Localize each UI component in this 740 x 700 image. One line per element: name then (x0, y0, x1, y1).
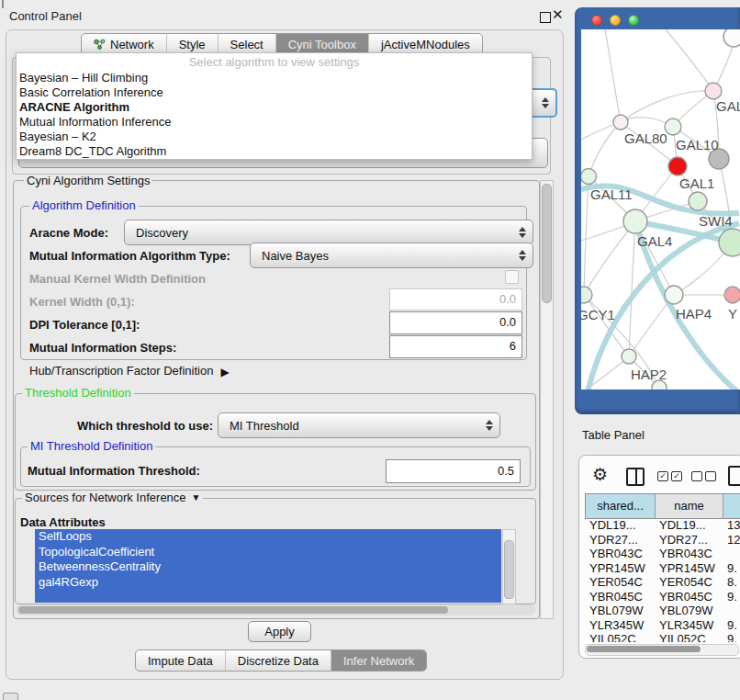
attribute-item-gal4rgexp[interactable]: gal4RGexp (35, 575, 501, 591)
dropdown-item-bayesian-k2[interactable]: Bayesian – K2 (17, 130, 532, 144)
network-graph[interactable]: GALGAL80GAL10GAL1GAL11SWI4GAL4GCY1HAP4YH… (581, 29, 740, 390)
network-node-label: GAL1 (679, 175, 714, 191)
column-header-name[interactable]: name (656, 494, 723, 518)
combobox-stepper-icon (542, 97, 548, 108)
network-edge[interactable] (589, 122, 621, 176)
minimized-panel-icon[interactable] (3, 693, 18, 700)
attribute-item-selfloops[interactable]: SelfLoops (35, 529, 501, 545)
dropdown-item-basic-correlation-inference[interactable]: Basic Correlation Inference (17, 85, 532, 100)
dropdown-item-bayesian-hill-climbing[interactable]: Bayesian – Hill Climbing (17, 71, 532, 85)
mi-steps-field[interactable]: 6 (389, 335, 522, 358)
settings-hscrollbar-thumb[interactable] (18, 606, 448, 614)
tab-cyni-toolbox[interactable]: Cyni Toolbox (275, 34, 368, 54)
network-node[interactable] (623, 209, 647, 233)
dropdown-item-dream8-dc-tdc-algorithm[interactable]: Dream8 DC_TDC Algorithm (17, 144, 532, 159)
table-row[interactable]: YER054CYER054C8. (585, 575, 740, 590)
table-row[interactable]: YIL052CYIL052C9. (585, 632, 740, 642)
column-header-a[interactable]: A (723, 494, 740, 518)
float-panel-icon[interactable] (540, 12, 551, 23)
tab-impute-data[interactable]: Impute Data (136, 650, 225, 671)
minimize-traffic-light-icon[interactable] (610, 15, 621, 26)
column-header-shared-[interactable]: shared... (586, 494, 656, 518)
network-node[interactable] (723, 29, 740, 47)
select-all-checkbox-icon[interactable]: ✓ (671, 471, 682, 481)
hub-definition-expander[interactable]: Hub/Transcription Factor Definition▶ (29, 364, 230, 378)
attribute-item-topologicalcoefficient[interactable]: TopologicalCoefficient (35, 545, 501, 560)
table-row[interactable]: YDR27...YDR27...12 (585, 533, 740, 548)
tab-jactivemnodules[interactable]: jActiveMNodules (368, 34, 482, 54)
threshold-definition-title: Threshold Definition (22, 387, 134, 399)
deselect-all-checkbox-icon[interactable] (705, 471, 716, 481)
apply-button[interactable]: Apply (248, 621, 311, 642)
mi-threshold-field[interactable]: 0.5 (386, 459, 521, 483)
network-edge[interactable] (584, 176, 589, 295)
attribute-item-betweennesscentrality[interactable]: BetweennessCentrality (35, 559, 501, 575)
tab-discretize-data[interactable]: Discretize Data (225, 650, 331, 671)
table-cell: YPR145W (655, 561, 723, 576)
mi-type-combobox[interactable]: Naive Bayes (250, 243, 533, 268)
table-header-row[interactable]: shared...nameA (585, 493, 740, 519)
tab-label: Cyni Toolbox (288, 38, 356, 51)
table-cell: YBL079W (655, 604, 723, 618)
tab-infer-network[interactable]: Infer Network (331, 650, 426, 671)
column-layout-icon[interactable] (626, 468, 645, 486)
network-node[interactable] (581, 169, 597, 185)
table-row[interactable]: YLR345WYLR345W9. (585, 618, 740, 633)
close-traffic-light-icon[interactable] (591, 15, 602, 26)
table-row[interactable]: YBR043CYBR043C (585, 547, 740, 561)
dropdown-item-aracne-algorithm[interactable]: ARACNE Algorithm (17, 100, 532, 115)
table-row[interactable]: YBL079WYBL079W (585, 604, 740, 618)
dropdown-item-mutual-information-inference[interactable]: Mutual Information Inference (17, 115, 532, 130)
combobox-stepper-icon (486, 420, 492, 431)
network-node[interactable] (689, 192, 707, 210)
table-row[interactable]: YDL19...YDL19...13 (585, 518, 740, 533)
network-edge[interactable] (584, 221, 635, 295)
network-node[interactable] (622, 349, 636, 364)
network-canvas[interactable]: GALGAL80GAL10GAL1GAL11SWI4GAL4GCY1HAP4YH… (581, 29, 740, 390)
network-node-label: HAP4 (676, 306, 712, 322)
table-cell: YIL052C (655, 632, 723, 642)
mi-type-value: Naive Bayes (262, 249, 329, 263)
tab-style[interactable]: Style (166, 34, 218, 54)
network-edge[interactable] (629, 221, 635, 356)
which-threshold-combobox[interactable]: MI Threshold (218, 412, 500, 438)
aracne-mode-combobox[interactable]: Discovery (124, 220, 533, 245)
cyni-settings-title: Cyni Algorithm Settings (24, 175, 152, 186)
table-cell: 9. (723, 618, 740, 633)
network-node[interactable] (705, 83, 722, 99)
network-node[interactable] (613, 115, 628, 130)
network-node-label: GAL11 (590, 186, 633, 202)
table-rows[interactable]: YDL19...YDL19...13YDR27...YDR27...12YBR0… (585, 518, 740, 642)
tab-label: Infer Network (343, 654, 414, 668)
deselect-all-checkbox-icon[interactable] (691, 471, 702, 481)
dpi-tolerance-field[interactable]: 0.0 (389, 311, 522, 334)
network-node[interactable] (724, 287, 740, 303)
settings-vscrollbar-thumb[interactable] (542, 184, 552, 303)
table-row[interactable]: YBR045CYBR045C9. (585, 590, 740, 604)
network-node[interactable] (668, 157, 687, 175)
kernel-width-field[interactable]: 0.0 (389, 288, 522, 310)
manual-kernel-checkbox[interactable] (505, 270, 519, 284)
zoom-traffic-light-icon[interactable] (628, 15, 639, 26)
dpi-tolerance-label: DPI Tolerance [0,1]: (29, 318, 140, 332)
collapse-caret-icon[interactable]: ▼ (192, 491, 201, 503)
close-panel-icon[interactable]: ✕ (552, 6, 564, 23)
data-attributes-list[interactable]: SelfLoopsTopologicalCoefficientBetweenne… (35, 529, 501, 603)
table-cell: YDL19... (585, 518, 655, 533)
table-settings-gear-icon[interactable]: ⚙ (592, 464, 608, 485)
network-node[interactable] (665, 286, 683, 304)
table-row[interactable]: YPR145WYPR145W9. (585, 561, 740, 576)
tab-network[interactable]: Network (82, 34, 166, 54)
network-node[interactable] (719, 229, 740, 256)
table-cell: YBR045C (655, 590, 723, 604)
manual-kernel-label: Manual Kernel Width Definition (29, 272, 206, 286)
network-node[interactable] (581, 287, 592, 303)
tab-select[interactable]: Select (218, 34, 275, 54)
table-hscrollbar-thumb[interactable] (587, 646, 701, 652)
attributes-scrollbar-thumb[interactable] (504, 540, 514, 599)
network-edge[interactable] (584, 295, 629, 356)
network-edge[interactable] (605, 29, 621, 122)
network-edge[interactable] (666, 29, 713, 91)
table-toolbar-icon[interactable] (728, 466, 740, 486)
select-all-checkbox-icon[interactable]: ✓ (657, 471, 668, 481)
